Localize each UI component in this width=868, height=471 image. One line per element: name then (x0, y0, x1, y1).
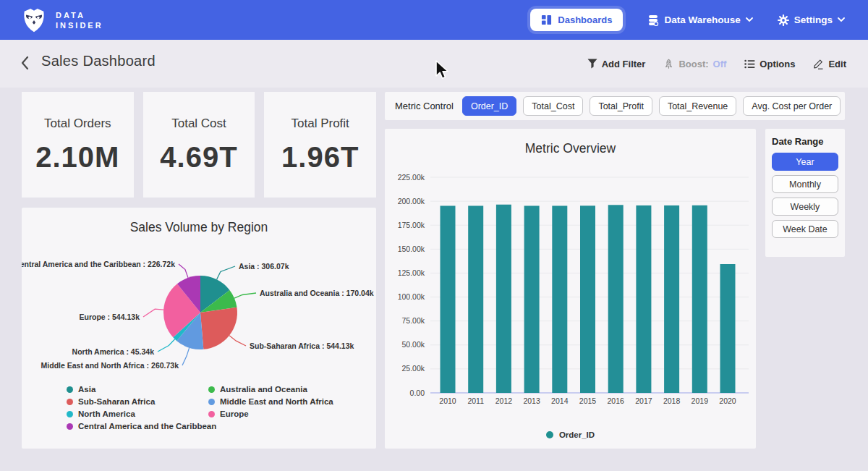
date-range-weekly[interactable]: Weekly (772, 198, 838, 216)
x-tick-label: 2018 (663, 396, 681, 405)
settings-menu[interactable]: Settings (778, 14, 845, 26)
back-button[interactable] (20, 55, 30, 71)
pie-slice-label: Middle East and North Africa : 260.73k (41, 361, 179, 370)
bar-2013[interactable] (524, 205, 540, 393)
bar-2015[interactable] (580, 205, 595, 393)
metric-control-label: Metric Control (395, 101, 454, 111)
bar-chart: 225.00k200.00k175.00k150.00k125.00k100.0… (385, 169, 756, 415)
pie-callout-line (143, 309, 163, 317)
add-filter-button[interactable]: Add Filter (587, 59, 646, 69)
legend-label: Sub-Saharan Africa (78, 396, 155, 408)
list-icon (744, 59, 755, 69)
pie-legend-item-australia-and-oceania[interactable]: Australia and Oceania (208, 383, 333, 396)
pie-legend-item-middle-east-and-north-africa[interactable]: Middle East and North Africa (208, 396, 333, 408)
date-range-week-date[interactable]: Week Date (772, 220, 838, 238)
gear-icon (778, 14, 789, 26)
x-tick-label: 2013 (523, 396, 540, 405)
x-tick-label: 2012 (495, 396, 513, 405)
bar-2019[interactable] (692, 205, 707, 393)
app-root: DATA INSIDER Dashboards D (0, 0, 868, 471)
bar-2018[interactable] (664, 205, 679, 393)
legend-dot (67, 399, 73, 405)
legend-dot (208, 399, 215, 405)
x-tick-label: 2019 (692, 396, 709, 405)
kpi-value: 1.96T (281, 141, 359, 174)
dashboard-grid-icon (541, 14, 552, 25)
pie-slice-label: Europe : 544.13k (80, 313, 140, 321)
add-filter-label: Add Filter (602, 59, 646, 69)
bar-2016[interactable] (608, 205, 624, 393)
legend-dot (67, 386, 73, 393)
pie-legend-item-europe[interactable]: Europe (208, 408, 333, 420)
legend-dot (208, 386, 215, 393)
page-title: Sales Dashboard (41, 53, 156, 69)
boost-toggle[interactable]: Boost: Off (663, 59, 726, 69)
legend-label: Central America and the Caribbean (78, 420, 216, 433)
pie-legend-item-north-america[interactable]: North America (67, 408, 216, 420)
y-tick-label: 125.00k (398, 268, 425, 277)
legend-dot (546, 431, 553, 438)
pie-slice-label: Asia : 306.07k (239, 262, 289, 271)
pie-callout-line (182, 348, 190, 365)
kpi-card-total-cost: Total Cost4.69T (143, 92, 255, 198)
date-range-year[interactable]: Year (772, 153, 838, 171)
legend-label: North America (78, 408, 135, 420)
metric-chip-total-revenue[interactable]: Total_Revenue (659, 96, 736, 116)
y-tick-label: 100.00k (398, 292, 425, 301)
kpi-value: 2.10M (35, 141, 119, 174)
metric-chip-total-cost[interactable]: Total_Cost (523, 96, 583, 116)
legend-dot (67, 423, 73, 430)
date-range-label: Date Range (772, 136, 838, 147)
bar-chart-title: Metric Overview (385, 141, 756, 156)
bar-2017[interactable] (636, 205, 651, 393)
pie-legend-item-asia[interactable]: Asia (67, 383, 216, 396)
pie-legend-item-sub-saharan-africa[interactable]: Sub-Saharan Africa (67, 396, 216, 408)
options-button[interactable]: Options (744, 59, 795, 69)
bar-chart-card: Metric Overview 225.00k200.00k175.00k150… (385, 129, 756, 449)
owl-logo-icon (20, 7, 48, 34)
pie-legend-item-central-america-and-the-caribbean[interactable]: Central America and the Caribbean (67, 420, 216, 433)
bar-2011[interactable] (468, 205, 483, 393)
y-tick-label: 50.00k (401, 340, 425, 349)
edit-label: Edit (828, 59, 846, 69)
legend-label: Order_ID (559, 430, 595, 439)
brand: DATA INSIDER (20, 7, 103, 34)
pie-card: Sales Volume by Region Asia : 306.07kAus… (22, 208, 376, 449)
legend-dot (67, 411, 73, 417)
y-tick-label: 0.00 (410, 389, 425, 397)
legend-label: Europe (220, 408, 249, 420)
x-tick-label: 2010 (439, 396, 456, 405)
metric-chip-total-profit[interactable]: Total_Profit (590, 96, 652, 116)
boost-label: Boost: (678, 59, 708, 69)
pie-legend-left: AsiaSub-Saharan AfricaNorth AmericaCentr… (67, 383, 216, 433)
x-tick-label: 2011 (467, 396, 484, 405)
pie-slice-sub-saharan-africa[interactable] (200, 307, 237, 349)
kpi-label: Total Orders (44, 116, 111, 131)
bar-2020[interactable] (720, 264, 736, 393)
boost-state: Off (713, 59, 727, 69)
bar-2012[interactable] (496, 205, 511, 393)
date-range-card: Date Range YearMonthlyWeeklyWeek Date (765, 129, 845, 257)
pie-legend-right: Australia and OceaniaMiddle East and Nor… (208, 383, 333, 420)
pie-callout-line (234, 293, 256, 298)
chevron-down-icon (746, 17, 753, 22)
metric-control-bar: Metric Control Order_IDTotal_CostTotal_P… (385, 92, 845, 120)
dashboards-button[interactable]: Dashboards (530, 9, 623, 31)
date-range-monthly[interactable]: Monthly (772, 175, 838, 193)
legend-label: Middle East and North Africa (220, 396, 333, 408)
metric-chip-order-id[interactable]: Order_ID (462, 96, 516, 116)
metric-chip-avg-cost-per-order[interactable]: Avg. Cost per Order (743, 96, 841, 116)
brand-line2: INSIDER (56, 20, 103, 30)
data-warehouse-menu[interactable]: Data Warehouse (647, 14, 752, 26)
rocket-icon (663, 59, 674, 69)
x-tick-label: 2015 (579, 396, 597, 405)
legend-label: Australia and Oceania (220, 383, 307, 396)
navbar-menu: Dashboards Data Warehouse (530, 9, 845, 31)
edit-button[interactable]: Edit (813, 59, 846, 69)
y-tick-label: 75.00k (401, 316, 425, 325)
dashboards-label: Dashboards (558, 14, 612, 25)
bar-2010[interactable] (441, 205, 456, 393)
bar-2014[interactable] (552, 205, 567, 393)
pie-callout-line (158, 339, 175, 352)
x-tick-label: 2020 (719, 396, 736, 405)
